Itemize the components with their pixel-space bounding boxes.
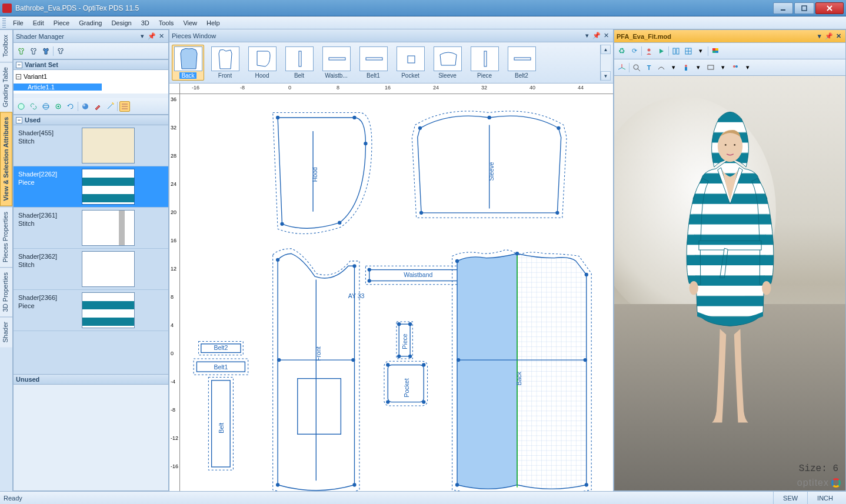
piece-thumb-back[interactable]: Back xyxy=(172,45,204,81)
shirt-outline-icon[interactable] xyxy=(28,46,39,56)
grid-icon[interactable] xyxy=(683,46,694,56)
status-sew[interactable]: SEW xyxy=(773,492,807,504)
left-tab--d-properties[interactable]: 3D Properties xyxy=(0,267,12,316)
piece-thumb-waistb[interactable]: Waistb... xyxy=(320,45,352,81)
rotate-icon[interactable] xyxy=(65,101,76,112)
dropdown-icon[interactable]: ▾ xyxy=(668,62,679,73)
article-row[interactable]: Article1.1 xyxy=(14,82,168,92)
menu-grading[interactable]: Grading xyxy=(74,18,106,28)
screen-icon[interactable] xyxy=(705,62,716,73)
close-button[interactable] xyxy=(815,2,844,14)
piece-belt[interactable]: Belt xyxy=(208,378,233,470)
piece-thumb-pocket[interactable]: Pocket xyxy=(394,45,427,81)
panel-close-icon[interactable]: ✕ xyxy=(601,31,611,41)
autohide-icon[interactable]: 📌 xyxy=(147,32,156,41)
autohide-icon[interactable]: 📌 xyxy=(592,31,601,41)
piece-belt2[interactable]: Belt2 xyxy=(199,342,244,355)
link-icon[interactable] xyxy=(28,101,39,112)
shirt-small-icon[interactable] xyxy=(16,46,26,56)
shader-item[interactable]: Shader[2362]Stitch xyxy=(14,249,168,290)
sphere-icon[interactable] xyxy=(80,101,91,112)
variant-set-header[interactable]: − Variant Set xyxy=(14,59,168,70)
piece-thumb-piece[interactable]: Piece xyxy=(468,45,501,81)
wand-icon[interactable] xyxy=(105,101,115,112)
shader-item[interactable]: Shader[2262]Piece xyxy=(14,166,168,208)
status-inch[interactable]: INCH xyxy=(807,492,842,504)
3d-panel-header[interactable]: PFA_Eva_Fit.mod ▾ 📌 ✕ xyxy=(614,30,845,43)
list-icon[interactable] xyxy=(119,101,130,112)
shirt-fill-icon[interactable] xyxy=(41,46,51,56)
autohide-icon[interactable]: 📌 xyxy=(824,32,834,41)
flag-icon[interactable] xyxy=(710,46,721,56)
menubar-grip[interactable] xyxy=(2,18,6,28)
piece-sleeve[interactable]: Sleeve xyxy=(412,111,567,218)
shader-item[interactable]: Shader[2366]Piece xyxy=(14,290,168,331)
play-icon[interactable] xyxy=(656,46,667,56)
piece-hood[interactable]: Hood xyxy=(273,113,372,234)
avatar-icon[interactable] xyxy=(644,46,654,56)
piece-back[interactable]: Back xyxy=(452,250,592,491)
zoom-icon[interactable] xyxy=(631,62,642,73)
piece-thumb-hood[interactable]: Hood xyxy=(246,45,278,81)
scroll-down-icon[interactable]: ▼ xyxy=(601,71,611,81)
piece-thumb-belt2[interactable]: Belt2 xyxy=(505,45,538,81)
dropdown-icon[interactable]: ▾ xyxy=(718,62,728,73)
refresh-icon[interactable]: ⟳ xyxy=(629,46,640,56)
piece-thumb-front[interactable]: Front xyxy=(209,45,241,81)
piece-pocket[interactable]: Pocket xyxy=(384,361,428,406)
menu-file[interactable]: File xyxy=(8,18,28,28)
pin-icon[interactable]: ▾ xyxy=(815,32,824,41)
left-tab-view-selection-attributes[interactable]: View & Selection Attributes xyxy=(0,112,12,206)
menu-design[interactable]: Design xyxy=(106,18,136,28)
left-tab-toolbox[interactable]: Toolbox xyxy=(0,29,12,62)
menu-edit[interactable]: Edit xyxy=(28,18,49,28)
menu-view[interactable]: View xyxy=(178,18,202,28)
cog-icon[interactable] xyxy=(53,101,64,112)
panel-close-icon[interactable]: ✕ xyxy=(834,32,843,41)
menu-help[interactable]: Help xyxy=(202,18,225,28)
menu-3d[interactable]: 3D xyxy=(136,18,154,28)
left-tab-pieces-properties[interactable]: Pieces Properties xyxy=(0,206,12,267)
minimize-button[interactable] xyxy=(773,2,793,14)
people-icon[interactable] xyxy=(730,62,741,73)
dropdown-icon[interactable]: ▾ xyxy=(693,62,704,73)
menu-piece[interactable]: Piece xyxy=(49,18,75,28)
maximize-button[interactable] xyxy=(794,2,814,14)
3d-viewport[interactable]: Size: 6 optitex xyxy=(614,76,845,490)
recycle-icon[interactable]: ♻ xyxy=(617,46,627,56)
person-icon[interactable] xyxy=(681,62,691,73)
left-tab-grading-table[interactable]: Grading Table xyxy=(0,62,12,112)
pieces-panel-header[interactable]: Pieces Window ▾ 📌 ✕ xyxy=(169,29,613,42)
brush-icon[interactable] xyxy=(92,101,103,112)
tree-collapse-icon[interactable]: − xyxy=(16,74,21,79)
piece-thumb-belt1[interactable]: Belt1 xyxy=(357,45,389,81)
collapse-icon[interactable]: − xyxy=(16,117,22,124)
used-header[interactable]: − Used xyxy=(14,115,168,125)
pin-icon[interactable]: ▾ xyxy=(138,32,147,41)
piece-waistband[interactable]: Waistband xyxy=(365,266,471,285)
axes-icon[interactable] xyxy=(617,62,627,73)
piece-thumb-sleeve[interactable]: Sleeve xyxy=(431,45,464,81)
shader-item[interactable]: Shader[455]Stitch xyxy=(14,125,168,166)
collapse-icon[interactable]: − xyxy=(16,62,22,68)
dropdown-icon[interactable]: ▾ xyxy=(742,62,753,73)
panel-close-icon[interactable]: ✕ xyxy=(156,32,166,41)
shader-item[interactable]: Shader[2361]Stitch xyxy=(14,208,168,249)
variant-row[interactable]: −Variant1 xyxy=(14,71,168,82)
piece-piece-small[interactable]: Piece xyxy=(397,322,412,359)
new-shader-icon[interactable] xyxy=(16,101,26,112)
globe-icon[interactable] xyxy=(41,101,51,112)
pieces-scrollbar[interactable]: ▲ ▼ xyxy=(600,45,611,81)
pattern-canvas[interactable]: -16-8081624324044 36322824201612840-4-8-… xyxy=(169,84,613,491)
text-icon[interactable]: T xyxy=(644,62,654,73)
piece-thumb-belt[interactable]: Belt xyxy=(283,45,315,81)
menu-tools[interactable]: Tools xyxy=(154,18,179,28)
shader-panel-header[interactable]: Shader Manager ▾ 📌 ✕ xyxy=(14,30,168,43)
unused-header[interactable]: Unused xyxy=(14,374,168,385)
piece-front[interactable]: Front xyxy=(273,249,359,491)
left-tab-shader[interactable]: Shader xyxy=(0,316,12,347)
panel-icon[interactable] xyxy=(671,46,681,56)
piece-belt1[interactable]: Belt1 xyxy=(194,359,248,375)
pin-icon[interactable]: ▾ xyxy=(582,31,592,41)
shirt-tiny-icon[interactable] xyxy=(55,46,66,56)
